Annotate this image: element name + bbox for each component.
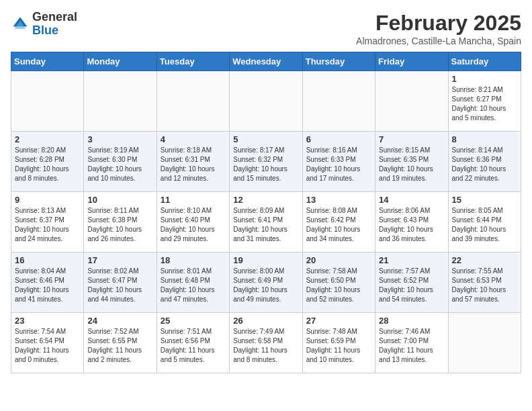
day-info: Sunrise: 8:09 AM Sunset: 6:41 PM Dayligh…	[233, 206, 298, 244]
calendar-cell: 28Sunrise: 7:46 AM Sunset: 7:00 PM Dayli…	[375, 313, 448, 373]
day-number: 1	[452, 74, 517, 84]
calendar-cell	[157, 71, 229, 132]
day-info: Sunrise: 7:48 AM Sunset: 6:59 PM Dayligh…	[306, 327, 371, 365]
calendar-cell: 22Sunrise: 7:55 AM Sunset: 6:53 PM Dayli…	[448, 253, 521, 313]
calendar-cell	[375, 71, 448, 132]
title-block: February 2025 Almadrones, Castille-La Ma…	[356, 11, 521, 46]
logo-blue-text: Blue	[32, 24, 58, 37]
day-info: Sunrise: 8:02 AM Sunset: 6:47 PM Dayligh…	[87, 267, 152, 304]
day-number: 26	[233, 316, 298, 326]
day-info: Sunrise: 8:00 AM Sunset: 6:49 PM Dayligh…	[233, 267, 298, 304]
day-info: Sunrise: 8:13 AM Sunset: 6:37 PM Dayligh…	[15, 206, 80, 244]
day-number: 6	[306, 134, 371, 144]
day-info: Sunrise: 8:04 AM Sunset: 6:46 PM Dayligh…	[15, 267, 80, 304]
day-info: Sunrise: 8:08 AM Sunset: 6:42 PM Dayligh…	[306, 206, 371, 244]
calendar-cell: 8Sunrise: 8:14 AM Sunset: 6:36 PM Daylig…	[448, 132, 521, 192]
day-number: 18	[161, 255, 226, 265]
calendar-table: SundayMondayTuesdayWednesdayThursdayFrid…	[11, 52, 521, 373]
day-header-thursday: Thursday	[302, 52, 375, 71]
calendar-cell: 21Sunrise: 7:57 AM Sunset: 6:52 PM Dayli…	[375, 253, 448, 313]
day-number: 22	[452, 255, 517, 265]
day-info: Sunrise: 7:54 AM Sunset: 6:54 PM Dayligh…	[15, 327, 80, 365]
month-title: February 2025	[356, 11, 521, 36]
logo-icon	[11, 15, 30, 34]
calendar-week-5: 23Sunrise: 7:54 AM Sunset: 6:54 PM Dayli…	[11, 313, 521, 373]
day-number: 20	[306, 255, 371, 265]
day-info: Sunrise: 7:49 AM Sunset: 6:58 PM Dayligh…	[233, 327, 298, 365]
day-header-sunday: Sunday	[11, 52, 84, 71]
day-info: Sunrise: 7:51 AM Sunset: 6:56 PM Dayligh…	[161, 327, 226, 365]
day-info: Sunrise: 8:19 AM Sunset: 6:30 PM Dayligh…	[87, 146, 152, 183]
calendar-cell: 11Sunrise: 8:10 AM Sunset: 6:40 PM Dayli…	[157, 192, 229, 253]
calendar-cell: 9Sunrise: 8:13 AM Sunset: 6:37 PM Daylig…	[11, 192, 84, 253]
day-info: Sunrise: 8:20 AM Sunset: 6:28 PM Dayligh…	[15, 146, 80, 183]
day-number: 11	[161, 195, 226, 205]
day-number: 2	[15, 134, 80, 144]
calendar-cell: 27Sunrise: 7:48 AM Sunset: 6:59 PM Dayli…	[302, 313, 375, 373]
calendar-cell: 20Sunrise: 7:58 AM Sunset: 6:50 PM Dayli…	[302, 253, 375, 313]
day-info: Sunrise: 7:58 AM Sunset: 6:50 PM Dayligh…	[306, 267, 371, 304]
calendar-cell: 4Sunrise: 8:18 AM Sunset: 6:31 PM Daylig…	[157, 132, 229, 192]
day-header-monday: Monday	[84, 52, 157, 71]
page-header: General Blue February 2025 Almadrones, C…	[11, 11, 521, 46]
calendar-cell: 19Sunrise: 8:00 AM Sunset: 6:49 PM Dayli…	[230, 253, 302, 313]
day-number: 15	[452, 195, 517, 205]
day-info: Sunrise: 8:05 AM Sunset: 6:44 PM Dayligh…	[452, 206, 517, 244]
calendar-cell: 16Sunrise: 8:04 AM Sunset: 6:46 PM Dayli…	[11, 253, 84, 313]
day-header-friday: Friday	[375, 52, 448, 71]
day-number: 8	[452, 134, 517, 144]
calendar-cell: 25Sunrise: 7:51 AM Sunset: 6:56 PM Dayli…	[157, 313, 229, 373]
calendar-week-2: 2Sunrise: 8:20 AM Sunset: 6:28 PM Daylig…	[11, 132, 521, 192]
day-number: 9	[15, 195, 80, 205]
day-header-saturday: Saturday	[448, 52, 521, 71]
day-header-tuesday: Tuesday	[157, 52, 229, 71]
calendar-cell	[11, 71, 84, 132]
day-info: Sunrise: 8:15 AM Sunset: 6:35 PM Dayligh…	[379, 146, 444, 183]
day-number: 10	[87, 195, 152, 205]
day-number: 24	[87, 316, 152, 326]
calendar-week-4: 16Sunrise: 8:04 AM Sunset: 6:46 PM Dayli…	[11, 253, 521, 313]
day-info: Sunrise: 8:10 AM Sunset: 6:40 PM Dayligh…	[161, 206, 226, 244]
calendar-cell: 3Sunrise: 8:19 AM Sunset: 6:30 PM Daylig…	[84, 132, 157, 192]
day-info: Sunrise: 8:16 AM Sunset: 6:33 PM Dayligh…	[306, 146, 371, 183]
day-info: Sunrise: 7:55 AM Sunset: 6:53 PM Dayligh…	[452, 267, 517, 304]
day-info: Sunrise: 8:11 AM Sunset: 6:38 PM Dayligh…	[87, 206, 152, 244]
day-header-wednesday: Wednesday	[230, 52, 302, 71]
location-subtitle: Almadrones, Castille-La Mancha, Spain	[356, 36, 521, 46]
day-number: 7	[379, 134, 444, 144]
calendar-cell	[230, 71, 302, 132]
calendar-body: 1Sunrise: 8:21 AM Sunset: 6:27 PM Daylig…	[11, 71, 521, 373]
day-info: Sunrise: 8:17 AM Sunset: 6:32 PM Dayligh…	[233, 146, 298, 183]
calendar-cell: 15Sunrise: 8:05 AM Sunset: 6:44 PM Dayli…	[448, 192, 521, 253]
calendar-cell	[84, 71, 157, 132]
day-number: 23	[15, 316, 80, 326]
calendar-week-3: 9Sunrise: 8:13 AM Sunset: 6:37 PM Daylig…	[11, 192, 521, 253]
calendar-cell: 1Sunrise: 8:21 AM Sunset: 6:27 PM Daylig…	[448, 71, 521, 132]
calendar-cell: 12Sunrise: 8:09 AM Sunset: 6:41 PM Dayli…	[230, 192, 302, 253]
day-number: 16	[15, 255, 80, 265]
day-number: 25	[161, 316, 226, 326]
calendar-cell: 13Sunrise: 8:08 AM Sunset: 6:42 PM Dayli…	[302, 192, 375, 253]
day-info: Sunrise: 8:21 AM Sunset: 6:27 PM Dayligh…	[452, 85, 517, 123]
calendar-cell: 2Sunrise: 8:20 AM Sunset: 6:28 PM Daylig…	[11, 132, 84, 192]
logo: General Blue	[11, 11, 77, 38]
calendar-cell	[302, 71, 375, 132]
day-info: Sunrise: 8:18 AM Sunset: 6:31 PM Dayligh…	[161, 146, 226, 183]
day-number: 14	[379, 195, 444, 205]
calendar-cell: 17Sunrise: 8:02 AM Sunset: 6:47 PM Dayli…	[84, 253, 157, 313]
day-number: 12	[233, 195, 298, 205]
day-info: Sunrise: 8:14 AM Sunset: 6:36 PM Dayligh…	[452, 146, 517, 183]
logo-general-text: General	[32, 10, 77, 24]
calendar-cell: 26Sunrise: 7:49 AM Sunset: 6:58 PM Dayli…	[230, 313, 302, 373]
day-number: 13	[306, 195, 371, 205]
calendar-cell: 6Sunrise: 8:16 AM Sunset: 6:33 PM Daylig…	[302, 132, 375, 192]
day-number: 19	[233, 255, 298, 265]
day-number: 28	[379, 316, 444, 326]
day-info: Sunrise: 7:52 AM Sunset: 6:55 PM Dayligh…	[87, 327, 152, 365]
day-number: 17	[87, 255, 152, 265]
calendar-cell	[448, 313, 521, 373]
day-number: 21	[379, 255, 444, 265]
day-info: Sunrise: 8:01 AM Sunset: 6:48 PM Dayligh…	[161, 267, 226, 304]
calendar-cell: 5Sunrise: 8:17 AM Sunset: 6:32 PM Daylig…	[230, 132, 302, 192]
day-info: Sunrise: 8:06 AM Sunset: 6:43 PM Dayligh…	[379, 206, 444, 244]
